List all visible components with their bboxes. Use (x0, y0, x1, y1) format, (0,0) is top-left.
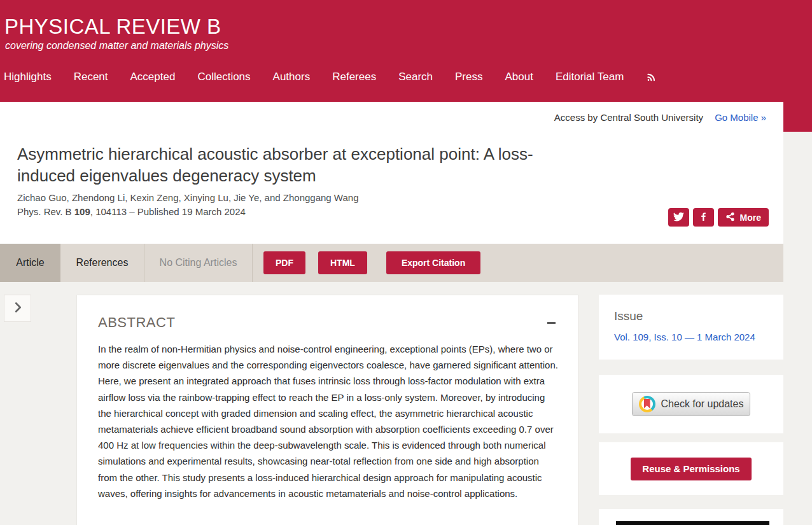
share-more-label: More (740, 213, 761, 223)
share-twitter-button[interactable] (668, 208, 689, 227)
check-for-updates-button[interactable]: Check for updates (632, 392, 750, 416)
nav-item-highlights[interactable]: Highlights (4, 71, 52, 83)
nav-item-press[interactable]: Press (455, 71, 482, 83)
abstract-text: In the realm of non-Hermitian physics an… (98, 341, 559, 501)
nav-item-accepted[interactable]: Accepted (130, 71, 176, 83)
expand-outline-button[interactable] (4, 295, 31, 322)
page-container: PHYSICAL REVIEW B covering condensed mat… (0, 0, 783, 525)
page: PHYSICAL REVIEW B covering condensed mat… (0, 0, 812, 525)
citation-volume: 109 (74, 206, 90, 217)
nav-item-collections[interactable]: Collections (197, 71, 250, 83)
article-actions: PDF HTML Export Citation (263, 244, 480, 282)
go-mobile-link[interactable]: Go Mobile » (715, 112, 766, 123)
reuse-permissions-panel: Reuse & Permissions (599, 442, 783, 495)
crossmark-logo (639, 396, 655, 412)
nav-item-editorial-team[interactable]: Editorial Team (556, 71, 624, 83)
article-header: Asymmetric hierarchical acoustic absorbe… (0, 132, 783, 244)
share-more-button[interactable]: More (718, 208, 769, 227)
abstract-header: ABSTRACT (98, 314, 557, 331)
citation-details: , 104113 – Published 19 March 2024 (90, 206, 246, 217)
nav-item-about[interactable]: About (505, 71, 533, 83)
check-updates-panel: Check for updates (599, 375, 783, 433)
abstract-heading: ABSTRACT (98, 314, 175, 331)
share-facebook-button[interactable] (693, 208, 714, 227)
html-button[interactable]: HTML (318, 251, 367, 274)
chevron-right-icon (11, 300, 25, 316)
share-buttons: More (668, 208, 769, 227)
nav-item-authors[interactable]: Authors (273, 71, 311, 83)
nav-item-referees[interactable]: Referees (332, 71, 376, 83)
reuse-permissions-button[interactable]: Reuse & Permissions (631, 458, 752, 480)
main-nav: Highlights Recent Accepted Collections A… (4, 71, 656, 83)
article-content: ABSTRACT In the realm of non-Hermitian p… (0, 282, 783, 525)
abstract-section: ABSTRACT In the realm of non-Hermitian p… (76, 295, 578, 525)
issue-link[interactable]: Vol. 109, Iss. 10 — 1 March 2024 (614, 332, 783, 342)
advertisement-top-bar (616, 521, 769, 525)
article-title: Asymmetric hierarchical acoustic absorbe… (17, 143, 577, 186)
bookmark-icon (644, 399, 650, 409)
journal-logo[interactable]: PHYSICAL REVIEW B (4, 14, 221, 39)
journal-masthead: PHYSICAL REVIEW B covering condensed mat… (0, 0, 783, 102)
tab-article[interactable]: Article (0, 244, 60, 282)
article-tabbar: Article References No Citing Articles PD… (0, 244, 783, 282)
issue-heading: Issue (614, 309, 783, 323)
article-citation: Phys. Rev. B 109, 104113 – Published 19 … (17, 206, 246, 217)
tab-references[interactable]: References (60, 244, 144, 282)
tab-no-citing-articles[interactable]: No Citing Articles (144, 244, 253, 282)
rss-icon[interactable] (646, 72, 656, 82)
export-citation-button[interactable]: Export Citation (386, 251, 480, 274)
article-authors: Zichao Guo, Zhendong Li, Kexin Zeng, Xin… (17, 192, 358, 203)
minus-icon (547, 322, 556, 324)
institution-access-text: Access by Central South University (554, 112, 703, 123)
twitter-icon (673, 211, 684, 224)
share-icon (725, 212, 735, 223)
nav-item-search[interactable]: Search (398, 71, 433, 83)
nav-item-recent[interactable]: Recent (74, 71, 108, 83)
citation-journal: Phys. Rev. B (17, 206, 74, 217)
access-bar: Access by Central South University Go Mo… (0, 102, 783, 132)
advertisement-panel (599, 509, 783, 525)
journal-tagline: covering condensed matter and materials … (5, 40, 228, 52)
collapse-abstract-button[interactable] (546, 319, 557, 326)
issue-panel: Issue Vol. 109, Iss. 10 — 1 March 2024 (599, 295, 783, 360)
check-updates-label: Check for updates (661, 398, 744, 410)
facebook-icon (698, 211, 709, 224)
pdf-button[interactable]: PDF (263, 251, 305, 274)
